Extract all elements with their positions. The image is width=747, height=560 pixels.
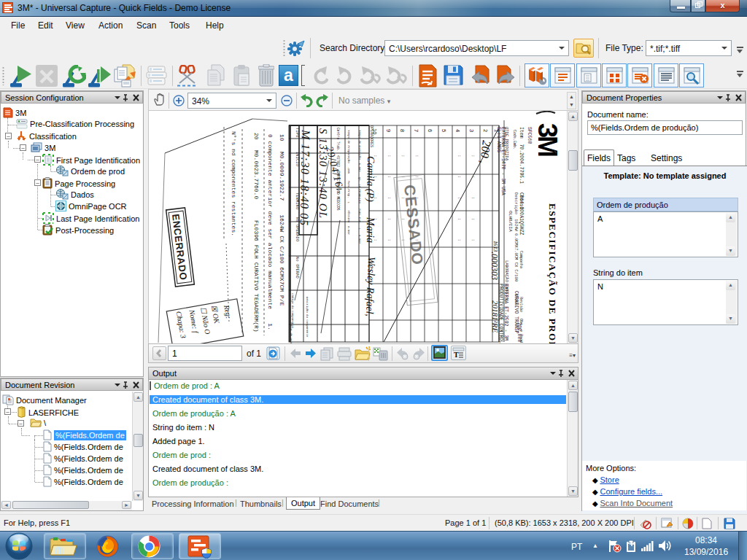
svg-text:M 17:30 18:40 05: M 17:30 18:40 05 [298, 129, 312, 226]
svg-text:3M: 3M [533, 123, 562, 156]
svg-text:ESPECIFICAÇÃO DE PRODU: ESPECIFICAÇÃO DE PRODU [547, 203, 558, 343]
svg-text:8: 8 [399, 129, 406, 132]
svg-text:2: 2 [482, 129, 489, 132]
svg-text:10 M0.0009.1922.7 1624W C: 10 M0.0009.1922.7 1624W CX C/100 6CMX7CM… [279, 134, 285, 306]
svg-text:SFC560: SFC560 [527, 127, 532, 144]
svg-text:EXTERNA ET-2592 - 3M ALEM: EXTERNA ET-2592 - 3M ALEM [503, 284, 508, 343]
svg-text:Maria: Maria [365, 217, 376, 243]
svg-text:T: T [454, 351, 459, 359]
svg-text:Tempo de Preparação .250 F: Tempo de Preparação .250 Func.Prep. 1 Tê… [347, 130, 350, 236]
svg-text:Tempo de Execução 6.897 Qs.: Tempo de Execução 6.897 Qs. 10 PRODUÇÃO … [358, 130, 361, 244]
svg-text:Chassi A1Q5HZZ: Chassi A1Q5HZZ [519, 192, 524, 236]
svg-text:4: 4 [454, 129, 461, 132]
svg-text:7: 7 [413, 129, 419, 132]
svg-text:: : : :: : : : : : [471, 155, 476, 241]
svg-text:TIPO: TIPO [295, 128, 300, 138]
svg-text:Campanha: Campanha [519, 251, 523, 268]
svg-text:INÍCIO: INÍCIO [295, 152, 300, 167]
svg-text:200.000: 200.000 [516, 322, 522, 342]
svg-text:OLHO/DIA: OLHO/DIA [508, 211, 513, 232]
svg-text:Camila (P): Camila (P) [364, 156, 376, 202]
svg-text:Hs OPERADO: Hs OPERADO [295, 217, 300, 242]
svg-text:No OPERAD: No OPERAD [295, 257, 300, 279]
svg-text:Descrição 1624W 6.0CMX7.0CM C: Descrição 1624W 6.0CMX7.0CM CX C/100 4.0… [514, 192, 519, 306]
svg-text:Cods.Emb.: Cods.Emb. [512, 130, 516, 149]
svg-text:Centro Trab. 417022 EMPACTO: Centro Trab. 417022 EMPACTO PROD MEDICOS [336, 128, 340, 211]
svg-text:0 componente anterior deve ser: 0 componente anterior deve ser alocado m… [267, 134, 274, 330]
svg-text:20 M0.0023.7760.0 FL039: 20 M0.0023.7760.0 FL0396 FOLH CURATIVO T… [253, 133, 260, 332]
svg-text:Fator de Uso: Fator de Uso [290, 322, 293, 343]
svg-text:OPERADORES: OPERADORES [369, 125, 374, 147]
svg-text:¹⁶¹³.000303: ¹⁶¹³.000303 [489, 241, 500, 280]
svg-text:TÉRMINO: TÉRMINO [295, 192, 300, 210]
svg-text:: : : :: : : : : : [387, 155, 392, 241]
svg-text:3: 3 [468, 129, 475, 132]
svg-text:S 13:30 13:40 OL: S 13:30 13:40 OL [317, 128, 329, 219]
svg-text:PRODUTIVIDADE CONTROLADA: PRODUTIVIDADE CONTROLADA [498, 284, 503, 343]
svg-text:N°'s nd componentes restantes.: N°'s nd componentes restantes. [231, 131, 237, 236]
svg-text:9: 9 [385, 129, 392, 132]
svg-text:Wesley Rafael,: Wesley Rafael, [364, 257, 377, 316]
svg-text:SL:3 ANOS: SL:3 ANOS [496, 127, 501, 152]
svg-text:Descrição do Componente: Descrição do Componente [306, 297, 309, 338]
svg-text:6: 6 [427, 129, 433, 132]
svg-text:5: 5 [441, 129, 447, 132]
